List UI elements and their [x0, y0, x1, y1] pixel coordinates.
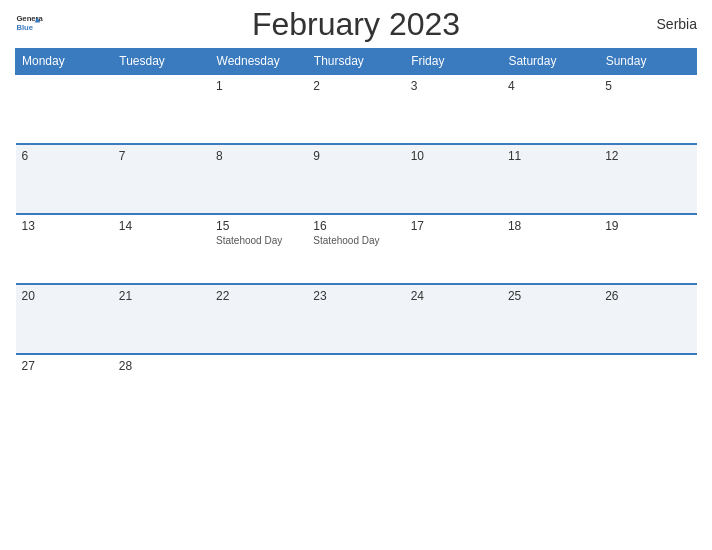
calendar-day-cell — [307, 354, 404, 424]
day-number: 11 — [508, 149, 593, 163]
day-number: 8 — [216, 149, 301, 163]
calendar-week-row: 12345 — [16, 74, 697, 144]
day-number: 1 — [216, 79, 301, 93]
calendar-day-cell: 19 — [599, 214, 696, 284]
calendar-week-row: 6789101112 — [16, 144, 697, 214]
calendar-day-cell: 10 — [405, 144, 502, 214]
calendar-day-cell: 8 — [210, 144, 307, 214]
day-number: 28 — [119, 359, 204, 373]
calendar-day-cell: 5 — [599, 74, 696, 144]
calendar-header-row: Monday Tuesday Wednesday Thursday Friday… — [16, 49, 697, 75]
calendar-day-cell: 4 — [502, 74, 599, 144]
calendar-week-row: 131415Statehood Day16Statehood Day171819 — [16, 214, 697, 284]
calendar-day-cell: 12 — [599, 144, 696, 214]
calendar-day-cell — [113, 74, 210, 144]
day-number: 5 — [605, 79, 690, 93]
day-number: 13 — [22, 219, 107, 233]
header-friday: Friday — [405, 49, 502, 75]
calendar-day-cell — [16, 74, 113, 144]
day-number: 10 — [411, 149, 496, 163]
day-number: 3 — [411, 79, 496, 93]
calendar-day-cell: 2 — [307, 74, 404, 144]
day-number: 7 — [119, 149, 204, 163]
day-number: 24 — [411, 289, 496, 303]
header-tuesday: Tuesday — [113, 49, 210, 75]
header-monday: Monday — [16, 49, 113, 75]
day-number: 23 — [313, 289, 398, 303]
calendar-day-cell — [210, 354, 307, 424]
day-number: 17 — [411, 219, 496, 233]
calendar-day-cell: 21 — [113, 284, 210, 354]
header-saturday: Saturday — [502, 49, 599, 75]
calendar-day-cell: 20 — [16, 284, 113, 354]
calendar-day-cell: 13 — [16, 214, 113, 284]
calendar-container: General Blue February 2023 Serbia Monday… — [0, 0, 712, 550]
day-number: 12 — [605, 149, 690, 163]
day-event: Statehood Day — [313, 235, 398, 246]
calendar-day-cell: 17 — [405, 214, 502, 284]
calendar-day-cell: 9 — [307, 144, 404, 214]
header-thursday: Thursday — [307, 49, 404, 75]
calendar-day-cell: 15Statehood Day — [210, 214, 307, 284]
day-number: 16 — [313, 219, 398, 233]
calendar-day-cell: 23 — [307, 284, 404, 354]
day-number: 20 — [22, 289, 107, 303]
calendar-day-cell — [405, 354, 502, 424]
day-number: 19 — [605, 219, 690, 233]
calendar-day-cell: 1 — [210, 74, 307, 144]
day-number: 4 — [508, 79, 593, 93]
calendar-day-cell: 26 — [599, 284, 696, 354]
calendar-title: February 2023 — [252, 6, 460, 43]
day-number: 25 — [508, 289, 593, 303]
day-number: 9 — [313, 149, 398, 163]
calendar-day-cell: 18 — [502, 214, 599, 284]
calendar-table: Monday Tuesday Wednesday Thursday Friday… — [15, 48, 697, 424]
day-number: 2 — [313, 79, 398, 93]
calendar-day-cell: 3 — [405, 74, 502, 144]
calendar-week-row: 20212223242526 — [16, 284, 697, 354]
day-number: 26 — [605, 289, 690, 303]
calendar-day-cell: 24 — [405, 284, 502, 354]
calendar-day-cell: 6 — [16, 144, 113, 214]
calendar-day-cell: 16Statehood Day — [307, 214, 404, 284]
day-number: 22 — [216, 289, 301, 303]
header-wednesday: Wednesday — [210, 49, 307, 75]
day-event: Statehood Day — [216, 235, 301, 246]
logo: General Blue — [15, 10, 43, 38]
calendar-body: 123456789101112131415Statehood Day16Stat… — [16, 74, 697, 424]
calendar-header: General Blue February 2023 Serbia — [15, 10, 697, 38]
svg-text:Blue: Blue — [16, 23, 33, 32]
day-number: 27 — [22, 359, 107, 373]
day-number: 6 — [22, 149, 107, 163]
header-sunday: Sunday — [599, 49, 696, 75]
calendar-day-cell: 27 — [16, 354, 113, 424]
calendar-day-cell: 11 — [502, 144, 599, 214]
country-name: Serbia — [657, 16, 697, 32]
calendar-day-cell: 7 — [113, 144, 210, 214]
day-number: 15 — [216, 219, 301, 233]
calendar-day-cell: 22 — [210, 284, 307, 354]
calendar-day-cell: 14 — [113, 214, 210, 284]
day-number: 18 — [508, 219, 593, 233]
calendar-day-cell: 25 — [502, 284, 599, 354]
calendar-day-cell: 28 — [113, 354, 210, 424]
logo-icon: General Blue — [15, 10, 43, 38]
calendar-day-cell — [599, 354, 696, 424]
day-number: 21 — [119, 289, 204, 303]
calendar-week-row: 2728 — [16, 354, 697, 424]
day-number: 14 — [119, 219, 204, 233]
calendar-day-cell — [502, 354, 599, 424]
